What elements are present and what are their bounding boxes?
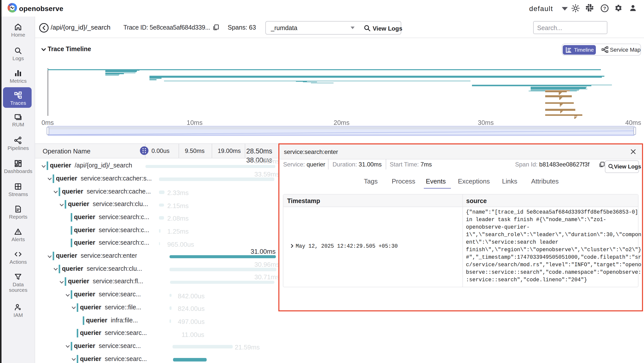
svg-text:?: ? xyxy=(603,6,606,11)
